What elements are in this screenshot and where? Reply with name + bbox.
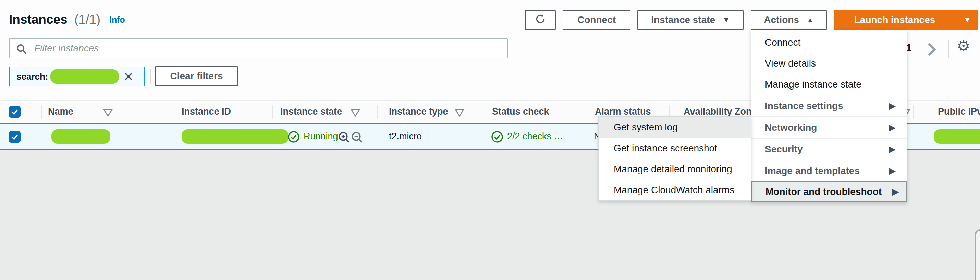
redacted-public-ip	[934, 130, 980, 144]
submenu-arrow-icon: ▶	[889, 101, 896, 111]
menu-item-label: Image and templates	[765, 165, 860, 176]
instance-type-value: t2.micro	[389, 131, 422, 142]
row-checkbox[interactable]	[9, 131, 21, 143]
chevron-down-icon: ▼	[964, 16, 971, 24]
pagination-next-button[interactable]	[924, 42, 938, 58]
column-divider	[377, 105, 378, 119]
chevron-down-icon: ▼	[723, 16, 730, 24]
filter-icon[interactable]	[350, 109, 361, 119]
submenu-item-label: Manage detailed monitoring	[614, 164, 732, 174]
monitor-troubleshoot-submenu: Get system logGet instance screenshotMan…	[598, 116, 751, 201]
actions-button[interactable]: Actions ▲	[751, 10, 827, 30]
actions-button-label: Actions	[764, 14, 799, 26]
menu-item-label: Connect	[765, 37, 800, 48]
actions-menu: ConnectView detailsManage instance state…	[751, 29, 907, 202]
redacted-instance-name	[51, 130, 110, 144]
column-header-instance-id: Instance ID	[181, 106, 231, 117]
actions-menu-item-view-details[interactable]: View details	[751, 53, 907, 74]
chevron-up-icon: ▲	[807, 16, 814, 24]
instance-state-button-label: Instance state	[651, 14, 715, 26]
submenu-item-get-instance-screenshot[interactable]: Get instance screenshot	[599, 138, 751, 158]
clear-filters-button[interactable]: Clear filters	[155, 66, 238, 86]
page-title: Instances (1/1)Info	[9, 12, 125, 27]
actions-menu-item-manage-instance-state[interactable]: Manage instance state	[751, 74, 907, 95]
status-ok-icon	[287, 130, 300, 145]
status-check-ok-icon	[491, 130, 504, 145]
submenu-item-label: Manage CloudWatch alarms	[614, 185, 734, 195]
close-icon[interactable]	[123, 71, 134, 82]
page-title-text: Instances	[9, 12, 67, 26]
tag-section-divider	[150, 69, 151, 85]
menu-item-label: Networking	[765, 122, 817, 133]
column-header-instance-type: Instance type	[389, 106, 448, 117]
instance-state-value: Running	[304, 131, 338, 142]
menu-item-label: Monitor and troubleshoot	[765, 186, 881, 197]
column-divider	[913, 105, 914, 119]
actions-menu-item-image-and-templates[interactable]: Image and templates▶	[751, 160, 907, 181]
connect-button[interactable]: Connect	[563, 10, 630, 30]
select-all-checkbox[interactable]	[9, 106, 21, 118]
menu-item-label: Instance settings	[765, 101, 843, 112]
refresh-button[interactable]	[525, 10, 556, 30]
actions-menu-item-instance-settings[interactable]: Instance settings▶	[751, 95, 907, 116]
launch-dropdown-toggle[interactable]: ▼	[956, 16, 978, 24]
submenu-item-manage-cloudwatch-alarms[interactable]: Manage CloudWatch alarms	[599, 179, 751, 200]
redacted-search-value	[50, 69, 119, 84]
column-header-status-check: Status check	[492, 106, 549, 117]
clear-filters-label: Clear filters	[170, 71, 223, 82]
instance-count: (1/1)	[74, 12, 100, 26]
gear-icon[interactable]: ⚙	[957, 38, 970, 54]
refresh-icon	[535, 13, 546, 27]
launch-instances-label: Launch instances	[834, 14, 956, 26]
actions-menu-item-monitor-and-troubleshoot[interactable]: Monitor and troubleshoot▶	[751, 181, 907, 202]
column-header-availability-zone: Availability Zone	[684, 106, 757, 117]
menu-item-label: Manage instance state	[765, 79, 861, 90]
actions-menu-item-networking[interactable]: Networking▶	[751, 117, 907, 138]
submenu-item-get-system-log[interactable]: Get system log	[599, 117, 751, 138]
filter-instances-input[interactable]	[9, 38, 508, 58]
column-header-alarm-status: Alarm status	[595, 106, 651, 117]
submenu-arrow-icon: ▶	[892, 187, 899, 197]
actions-menu-item-connect[interactable]: Connect	[751, 32, 907, 53]
instance-state-button[interactable]: Instance state ▼	[637, 10, 744, 30]
ec2-instances-screen: Instances (1/1)Info Connect Instance sta…	[0, 0, 980, 280]
actions-menu-item-security[interactable]: Security▶	[751, 139, 907, 160]
column-divider	[272, 105, 273, 119]
status-check-value: 2/2 checks …	[507, 131, 563, 142]
zoom-out-icon[interactable]	[350, 130, 364, 146]
connect-button-label: Connect	[578, 14, 616, 26]
menu-item-label: View details	[765, 58, 816, 69]
search-filter-tag: search:	[9, 67, 145, 86]
zoom-in-icon[interactable]	[337, 130, 351, 146]
menu-item-label: Security	[765, 144, 803, 155]
filter-icon[interactable]	[454, 109, 465, 119]
submenu-item-manage-detailed-monitoring[interactable]: Manage detailed monitoring	[599, 158, 751, 179]
column-divider	[580, 105, 581, 119]
submenu-item-label: Get system log	[614, 122, 678, 133]
column-header-name: Name	[48, 106, 73, 117]
launch-instances-button[interactable]: Launch instances ▼	[834, 10, 978, 30]
submenu-arrow-icon: ▶	[889, 123, 896, 133]
submenu-item-label: Get instance screenshot	[614, 143, 717, 154]
column-divider	[476, 105, 476, 119]
search-filter-tag-label: search:	[16, 71, 48, 82]
column-header-public-ipv4: Public IPv4	[938, 106, 980, 117]
column-divider	[169, 105, 169, 119]
vertical-scrollbar-thumb[interactable]	[975, 229, 980, 280]
redacted-instance-id	[181, 130, 288, 144]
info-link[interactable]: Info	[109, 15, 125, 24]
column-header-instance-state: Instance state	[280, 106, 342, 117]
pagination-divider	[948, 40, 949, 58]
submenu-arrow-icon: ▶	[889, 144, 896, 154]
filter-icon[interactable]	[103, 109, 113, 119]
submenu-arrow-icon: ▶	[889, 166, 896, 176]
column-divider	[41, 105, 42, 119]
